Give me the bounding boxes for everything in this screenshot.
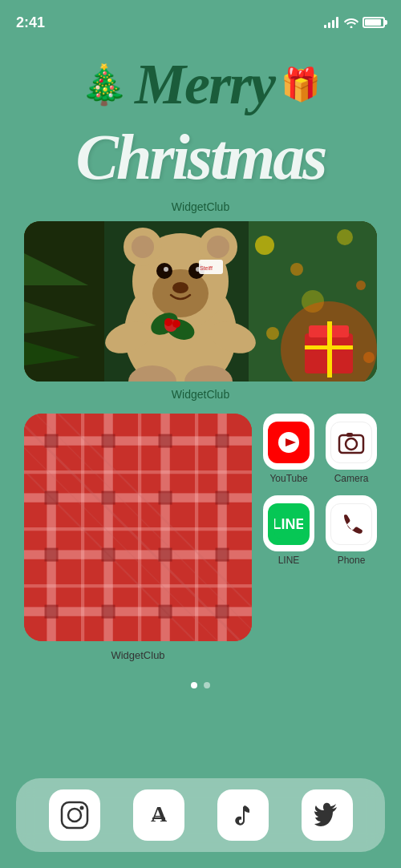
phone-app[interactable]: Phone xyxy=(326,495,377,566)
app-grid: WidgetClub YouTube xyxy=(24,414,377,661)
svg-text:Steiff: Steiff xyxy=(200,265,213,271)
svg-rect-61 xyxy=(159,434,172,448)
battery-icon xyxy=(363,17,385,28)
youtube-label: YouTube xyxy=(269,473,307,484)
svg-rect-68 xyxy=(102,548,115,562)
svg-text:LINE: LINE xyxy=(274,516,303,532)
gift-emoji: 🎁 xyxy=(281,66,321,103)
signal-icon xyxy=(324,17,338,28)
svg-rect-62 xyxy=(216,434,229,448)
big-widget[interactable] xyxy=(24,414,252,641)
svg-point-31 xyxy=(164,318,172,326)
svg-rect-70 xyxy=(216,548,229,562)
christmas-text: Christmas xyxy=(76,122,326,192)
appstore-dock-icon[interactable]: A xyxy=(133,789,184,841)
svg-rect-15 xyxy=(305,345,353,349)
svg-point-19 xyxy=(132,236,154,258)
merry-text: Merry xyxy=(135,51,274,118)
svg-point-4 xyxy=(337,229,353,245)
tree-emoji: 🎄 xyxy=(80,63,128,107)
svg-point-80 xyxy=(346,438,357,450)
svg-rect-63 xyxy=(45,491,59,505)
svg-point-27 xyxy=(172,282,188,293)
status-icons xyxy=(324,17,385,28)
status-bar: 2:41 xyxy=(0,0,401,35)
app-column-right: YouTube LINE LINE xyxy=(263,414,314,661)
twitter-dock-icon[interactable] xyxy=(302,789,353,841)
photo-widget-label: WidgetClub xyxy=(172,388,229,401)
phone-icon-bg xyxy=(330,503,372,545)
camera-icon-bg xyxy=(330,422,372,463)
line-app[interactable]: LINE LINE xyxy=(263,495,314,566)
line-icon-container[interactable]: LINE xyxy=(263,495,314,551)
line-label: LINE xyxy=(278,555,300,566)
svg-rect-50 xyxy=(24,527,252,531)
page-dots xyxy=(191,682,210,688)
svg-rect-74 xyxy=(216,605,229,619)
svg-text:A: A xyxy=(150,801,167,826)
phone-label: Phone xyxy=(338,555,366,566)
svg-rect-64 xyxy=(102,491,115,505)
youtube-app[interactable]: YouTube xyxy=(263,414,314,484)
youtube-icon-bg xyxy=(268,422,310,463)
svg-rect-59 xyxy=(45,434,59,448)
instagram-dock-icon[interactable] xyxy=(49,789,100,841)
youtube-icon-container[interactable] xyxy=(263,414,314,470)
svg-point-83 xyxy=(68,809,81,822)
svg-point-32 xyxy=(172,320,180,328)
svg-rect-65 xyxy=(159,491,172,505)
svg-rect-72 xyxy=(102,605,115,619)
christmas-heading: 🎄 Merry 🎁 Christmas xyxy=(76,51,326,194)
svg-point-7 xyxy=(266,327,279,340)
widget-club-label-1: WidgetClub xyxy=(172,200,229,213)
svg-point-5 xyxy=(356,281,366,290)
dock: A xyxy=(16,778,385,852)
big-widget-label: WidgetClub xyxy=(111,649,164,661)
phone-icon-container[interactable] xyxy=(326,495,377,551)
photo-widget[interactable]: Steiff xyxy=(24,221,377,382)
app-column-far-right: Camera Phone xyxy=(326,414,377,661)
svg-point-2 xyxy=(255,236,274,255)
svg-rect-73 xyxy=(159,605,172,619)
svg-rect-48 xyxy=(24,470,252,474)
camera-label: Camera xyxy=(334,473,369,484)
camera-app[interactable]: Camera xyxy=(326,414,377,484)
page-dot-1 xyxy=(191,682,197,688)
svg-rect-67 xyxy=(45,548,59,562)
page-dot-2 xyxy=(204,682,210,688)
tiktok-dock-icon[interactable] xyxy=(217,789,269,841)
svg-rect-81 xyxy=(346,433,353,437)
main-content: 🎄 Merry 🎁 Christmas WidgetClub xyxy=(0,35,401,713)
svg-rect-66 xyxy=(216,491,229,505)
status-time: 2:41 xyxy=(16,14,45,31)
svg-rect-82 xyxy=(62,802,87,828)
svg-rect-69 xyxy=(159,548,172,562)
wifi-icon xyxy=(343,17,358,28)
svg-point-21 xyxy=(207,236,229,258)
svg-point-3 xyxy=(290,263,303,276)
line-icon-bg: LINE xyxy=(268,503,310,545)
svg-rect-60 xyxy=(102,434,115,448)
camera-icon-container[interactable] xyxy=(326,414,377,470)
svg-rect-71 xyxy=(45,605,59,619)
svg-point-84 xyxy=(79,806,83,810)
svg-point-25 xyxy=(164,267,168,272)
